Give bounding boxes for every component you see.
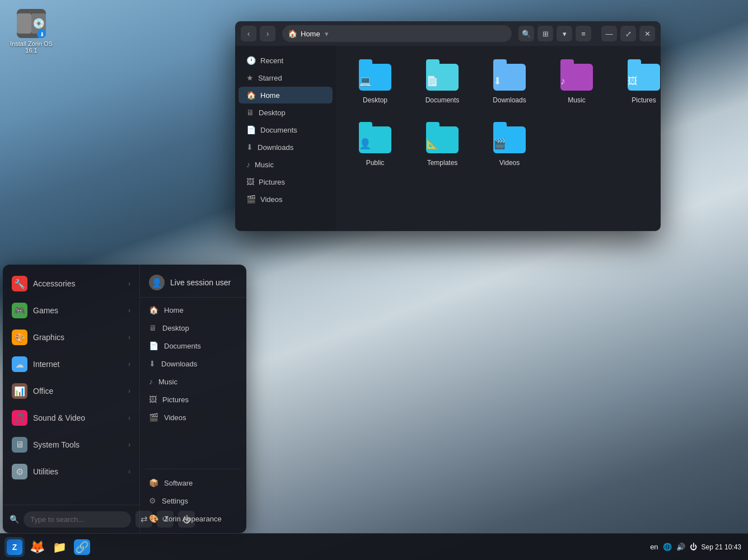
folder-desktop-icon: 💻: [357, 62, 393, 93]
folder-public-icon: 👤: [357, 124, 393, 156]
folder-templates-icon: 📐: [424, 124, 460, 156]
right-nav-settings[interactable]: ⚙ Settings: [143, 492, 243, 510]
graphics-label: Graphics: [33, 333, 64, 342]
app-cat-games[interactable]: 🎮 Games ›: [3, 297, 139, 324]
system-tray: en 🌐 🔊 ⏻ Sep 21 10:43: [650, 543, 741, 551]
games-arrow: ›: [128, 307, 130, 314]
tray-network-icon[interactable]: 🌐: [663, 543, 672, 551]
right-desktop-icon: 🖥: [149, 323, 157, 332]
right-nav-items: 🏠 Home 🖥 Desktop 📄 Documents ⬇ Downloads…: [140, 301, 246, 464]
right-nav-videos[interactable]: 🎬 Videos: [143, 408, 243, 426]
right-desktop-label: Desktop: [162, 324, 189, 332]
fm-folder-pictures[interactable]: 🖼 Pictures: [616, 57, 661, 109]
app-installer-graphic: 💿 ⬇: [17, 9, 46, 38]
fm-sidebar-videos[interactable]: 🎬 Videos: [239, 191, 333, 208]
fm-sidebar-starred-label: Starred: [258, 74, 282, 82]
fm-minimize-button[interactable]: —: [601, 26, 617, 41]
right-nav-zorin-appearance[interactable]: 🎨 Zorin Appearance: [143, 510, 243, 528]
internet-cat-icon: ☁: [12, 356, 27, 372]
fm-sidebar-home[interactable]: 🏠 Home: [239, 87, 333, 103]
right-software-icon: 📦: [149, 478, 158, 487]
fm-close-button[interactable]: ✕: [639, 26, 655, 41]
folder-music-icon: ♪: [559, 62, 595, 93]
fm-sidebar-starred[interactable]: ★ Starred: [239, 69, 333, 86]
app-cat-graphics[interactable]: 🎨 Graphics ›: [3, 324, 139, 351]
user-section: 👤 Live session user: [140, 270, 246, 298]
fm-sidebar-pictures-label: Pictures: [259, 178, 285, 186]
right-downloads-icon: ⬇: [149, 359, 156, 368]
fm-sidebar-downloads[interactable]: ⬇ Downloads: [239, 139, 333, 156]
right-nav-pictures[interactable]: 🖼 Pictures: [143, 390, 243, 408]
right-action-items: 📦 Software ⚙ Settings 🎨 Zorin Appearance: [140, 474, 246, 528]
fm-forward-button[interactable]: ›: [260, 26, 275, 41]
fm-folder-music[interactable]: ♪ Music: [549, 57, 605, 109]
fm-folder-documents[interactable]: 📄 Documents: [414, 57, 470, 109]
fm-folder-templates[interactable]: 📐 Templates: [414, 120, 470, 171]
accessories-arrow: ›: [128, 280, 130, 288]
folder-music-label: Music: [568, 96, 585, 104]
fm-location-bar[interactable]: 🏠 Home ▾: [282, 25, 512, 42]
fm-folder-videos[interactable]: 🎬 Videos: [481, 120, 537, 171]
folder-pictures-icon: 🖼: [626, 62, 661, 93]
music-icon: ♪: [246, 160, 250, 169]
right-nav-desktop[interactable]: 🖥 Desktop: [143, 319, 243, 337]
fm-dropdown-arrow: ▾: [325, 30, 329, 38]
user-name: Live session user: [170, 278, 231, 287]
right-nav-downloads[interactable]: ⬇ Downloads: [143, 355, 243, 373]
home-icon: 🏠: [246, 91, 256, 100]
fm-home-icon: 🏠: [288, 29, 297, 38]
desktop-icon: 🖥: [246, 108, 254, 117]
office-arrow: ›: [128, 387, 130, 395]
app-cat-internet[interactable]: ☁ Internet ›: [3, 351, 139, 378]
right-videos-label: Videos: [164, 413, 186, 422]
fm-sidebar-desktop[interactable]: 🖥 Desktop: [239, 104, 333, 121]
taskbar-connect[interactable]: 🔗: [72, 537, 92, 557]
fm-sidebar-recent[interactable]: 🕐 Recent: [239, 52, 333, 69]
taskbar-zorin-menu[interactable]: Z: [4, 537, 25, 557]
right-settings-icon: ⚙: [149, 496, 156, 505]
right-nav-home[interactable]: 🏠 Home: [143, 301, 243, 319]
tray-power-icon[interactable]: ⏻: [690, 543, 697, 551]
zorin-logo: Z: [7, 539, 22, 555]
right-nav-music[interactable]: ♪ Music: [143, 373, 243, 390]
app-cat-accessories[interactable]: 🔧 Accessories ›: [3, 270, 139, 297]
fm-folder-public[interactable]: 👤 Public: [347, 120, 403, 171]
system-tools-arrow: ›: [128, 441, 130, 449]
fm-sidebar-documents-label: Documents: [260, 126, 297, 134]
fm-sidebar-pictures[interactable]: 🖼 Pictures: [239, 173, 333, 190]
graphics-cat-icon: 🎨: [12, 330, 27, 345]
fm-maximize-button[interactable]: ⤢: [620, 26, 636, 41]
right-home-icon: 🏠: [149, 305, 158, 314]
fm-search-button[interactable]: 🔍: [518, 26, 534, 41]
search-input[interactable]: [24, 511, 131, 528]
fm-sidebar-music[interactable]: ♪ Music: [239, 156, 333, 173]
fm-menu-button[interactable]: ≡: [576, 26, 591, 41]
fm-folder-downloads[interactable]: ⬇ Downloads: [481, 57, 537, 109]
fm-sidebar-documents[interactable]: 📄 Documents: [239, 121, 333, 138]
fm-view-options-button[interactable]: ▾: [557, 26, 572, 41]
fm-location-text: Home: [301, 30, 320, 38]
taskbar-files[interactable]: 📁: [49, 537, 69, 557]
fm-view-button[interactable]: ⊞: [537, 26, 553, 41]
app-cat-utilities[interactable]: ⚙ Utilities ›: [3, 458, 139, 485]
app-cat-office[interactable]: 📊 Office ›: [3, 378, 139, 404]
app-cat-sound-video[interactable]: 🎵 Sound & Video ›: [3, 404, 139, 431]
app-installer-icon[interactable]: 💿 ⬇ Install Zorin OS 16.1: [9, 9, 54, 54]
right-settings-label: Settings: [162, 497, 188, 505]
tray-sound-icon[interactable]: 🔊: [676, 543, 685, 551]
right-videos-icon: 🎬: [149, 413, 158, 422]
app-menu-left-panel: 🔧 Accessories › 🎮 Games › 🎨 Graphics › ☁…: [3, 265, 140, 533]
right-documents-icon: 📄: [149, 341, 158, 350]
fm-main-area: 💻 Desktop 📄 Documents: [336, 46, 661, 231]
right-nav-documents[interactable]: 📄 Documents: [143, 337, 243, 355]
app-menu-search-bar: 🔍 ⇄ ↺ ⏻: [3, 505, 139, 533]
folder-documents-label: Documents: [426, 96, 460, 104]
fm-sidebar-music-label: Music: [255, 161, 274, 169]
folder-videos-label: Videos: [499, 159, 520, 167]
taskbar-firefox[interactable]: 🦊: [27, 537, 47, 557]
right-nav-software[interactable]: 📦 Software: [143, 474, 243, 492]
app-cat-system-tools[interactable]: 🖥 System Tools ›: [3, 431, 139, 458]
fm-back-button[interactable]: ‹: [241, 26, 256, 41]
fm-folder-desktop[interactable]: 💻 Desktop: [347, 57, 403, 109]
documents-icon: 📄: [246, 125, 256, 134]
